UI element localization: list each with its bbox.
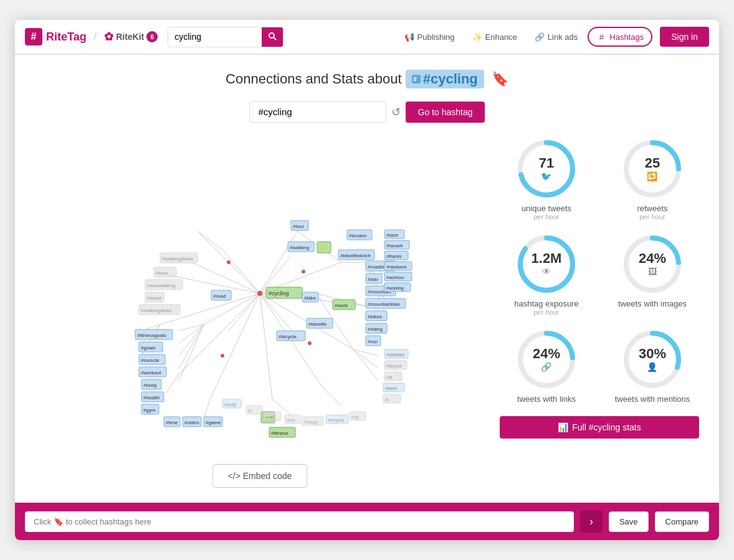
bookmark-icon[interactable]: 🔖 bbox=[492, 71, 508, 87]
search-area bbox=[168, 27, 284, 47]
stat-images-label: tweets with images bbox=[618, 299, 687, 308]
svg-text:#bicycle: #bicycle bbox=[386, 364, 402, 369]
svg-text:#walkingdown: #walkingdown bbox=[162, 256, 193, 262]
stat-retweets-label: retweets bbox=[637, 204, 667, 213]
svg-text:#run: #run bbox=[368, 339, 378, 344]
center-node-dot bbox=[257, 291, 262, 296]
svg-point-0 bbox=[269, 33, 274, 38]
svg-text:#workout: #workout bbox=[141, 370, 161, 376]
svg-text:#road: #road bbox=[213, 293, 226, 299]
svg-text:#muscle: #muscle bbox=[141, 358, 160, 363]
svg-text:#riding: #riding bbox=[368, 326, 383, 332]
image-icon: 🖼 bbox=[648, 267, 657, 277]
ritekit-name: RiteKit bbox=[116, 32, 144, 42]
svg-text:#fitness: #fitness bbox=[271, 430, 288, 436]
compare-button[interactable]: Compare bbox=[655, 511, 709, 532]
svg-text:#walkingdead: #walkingdead bbox=[141, 308, 171, 313]
stat-unique-tweets: 71 🐦 unique tweets per hour bbox=[500, 138, 593, 221]
svg-line-37 bbox=[166, 374, 179, 393]
graph-area: #cycling ⚡ #fitness ⚡ bbox=[35, 138, 485, 488]
retweet-icon: 🔁 bbox=[647, 171, 657, 181]
svg-text:#waswalking: #waswalking bbox=[147, 283, 175, 288]
svg-line-24 bbox=[198, 231, 222, 250]
stat-links: 24% 🔗 tweets with links bbox=[500, 328, 593, 404]
search-input[interactable] bbox=[168, 28, 262, 45]
embed-button[interactable]: </> Embed code bbox=[212, 464, 308, 488]
svg-text:#bikes: #bikes bbox=[368, 314, 382, 320]
svg-text:#dead: #dead bbox=[147, 295, 161, 301]
stats-area: 71 🐦 unique tweets per hour bbox=[500, 138, 699, 488]
enhance-icon: ✨ bbox=[472, 32, 482, 42]
stat-unique-tweets-value: 71 bbox=[539, 156, 554, 170]
network-graph: #cycling ⚡ #fitness ⚡ bbox=[35, 138, 485, 449]
svg-text:#bikelife: #bikelife bbox=[308, 321, 327, 327]
stat-exposure-value: 1.2M bbox=[531, 252, 562, 265]
bottom-arrow-button[interactable]: › bbox=[580, 510, 603, 533]
svg-text:#tour: #tour bbox=[293, 224, 305, 229]
stat-mentions: 30% 👤 tweets with mentions bbox=[606, 328, 699, 404]
svg-text:#recycle: #recycle bbox=[328, 418, 344, 423]
stat-exposure-label: hashtag exposure bbox=[514, 299, 578, 308]
svg-text:fic: fic bbox=[248, 409, 253, 413]
link-icon: 🔗 bbox=[541, 362, 551, 372]
logo-hash: # bbox=[25, 28, 42, 45]
goto-button[interactable]: Go to hashtag bbox=[406, 102, 485, 123]
ritekit-icon: ✿ bbox=[104, 30, 113, 44]
logo-name: RiteTag bbox=[46, 31, 87, 44]
nav-enhance[interactable]: ✨ Enhance bbox=[465, 28, 525, 45]
stat-images-value: 24% bbox=[639, 252, 666, 265]
svg-text:#happy: #happy bbox=[304, 420, 318, 425]
stat-exposure: 1.2M 👁 hashtag exposure per hour bbox=[500, 233, 593, 316]
hashtag-badge: # #cycling bbox=[406, 70, 484, 88]
svg-line-1 bbox=[274, 37, 277, 40]
hashtag-search-bar: ↺ Go to hashtag bbox=[35, 101, 699, 123]
logo: # RiteTag bbox=[25, 28, 87, 45]
tweet-icon: 🐦 bbox=[541, 171, 551, 181]
svg-text:#thanks: #thanks bbox=[386, 254, 402, 259]
divider: / bbox=[94, 31, 97, 42]
svg-line-11 bbox=[210, 293, 260, 399]
hashtags-icon: # bbox=[596, 32, 606, 42]
svg-text:#video: #video bbox=[184, 420, 199, 425]
nav-linkads[interactable]: 🔗 Link ads bbox=[527, 28, 585, 45]
nav-publishing[interactable]: 📢 Publishing bbox=[397, 28, 462, 45]
stats-grid: 71 🐦 unique tweets per hour bbox=[500, 138, 699, 404]
stat-images: 24% 🖼 tweets with images bbox=[606, 233, 699, 316]
reset-button[interactable]: ↺ bbox=[391, 105, 401, 119]
svg-text:#body: #body bbox=[143, 382, 157, 388]
nav-hashtags-label: Hashtags bbox=[609, 32, 644, 42]
svg-text:#london: #london bbox=[349, 233, 366, 239]
linkads-icon: 🔗 bbox=[535, 32, 545, 42]
svg-text:#mountainbike: #mountainbike bbox=[368, 301, 401, 307]
svg-text:#love: #love bbox=[156, 270, 168, 276]
svg-line-36 bbox=[204, 399, 210, 418]
svg-text:in: in bbox=[385, 397, 389, 402]
svg-text:#sidebike: #sidebike bbox=[386, 353, 405, 357]
svg-text:#bikelifedotch: #bikelifedotch bbox=[340, 253, 371, 259]
signin-button[interactable]: Sign in bbox=[660, 27, 709, 47]
svg-point-46 bbox=[227, 260, 231, 264]
svg-text:#cycling: #cycling bbox=[269, 290, 289, 297]
bottom-bar: › Save Compare bbox=[15, 503, 719, 540]
collect-hashtags-input[interactable] bbox=[25, 511, 574, 532]
nav-publishing-label: Publishing bbox=[417, 32, 455, 42]
svg-text:ring: ring bbox=[351, 415, 359, 420]
hashtag-search-input[interactable] bbox=[249, 101, 386, 123]
full-stats-button[interactable]: 📊 Full #cycling stats bbox=[500, 416, 699, 439]
svg-text:#workour: #workour bbox=[386, 275, 404, 280]
save-button[interactable]: Save bbox=[609, 511, 649, 532]
stat-links-label: tweets with links bbox=[517, 394, 576, 404]
svg-text:#goals: #goals bbox=[141, 345, 156, 351]
svg-text:#health: #health bbox=[143, 395, 160, 401]
svg-line-34 bbox=[322, 387, 341, 406]
svg-line-45 bbox=[179, 325, 204, 381]
search-button[interactable] bbox=[262, 27, 283, 47]
svg-text:#bicycle: #bicycle bbox=[279, 334, 297, 339]
svg-line-19 bbox=[229, 293, 260, 331]
svg-text:#fitnessgoals: #fitnessgoals bbox=[137, 333, 166, 338]
svg-text:#at: #at bbox=[386, 375, 393, 379]
publishing-icon: 📢 bbox=[404, 32, 414, 42]
stat-mentions-value: 30% bbox=[639, 347, 666, 361]
nav-hashtags[interactable]: # Hashtags bbox=[588, 27, 652, 47]
svg-text:#dav: #dav bbox=[368, 277, 378, 282]
